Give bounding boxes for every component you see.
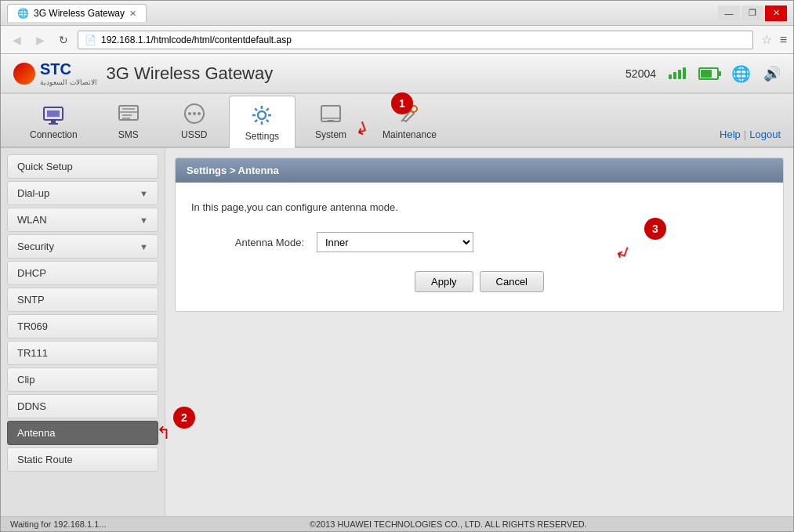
svg-rect-16: [328, 120, 334, 121]
app-title: 3G Wireless Gateway: [107, 63, 274, 84]
close-button[interactable]: ✕: [765, 5, 787, 21]
tab-sms-label: SMS: [118, 129, 139, 140]
cancel-button[interactable]: Cancel: [480, 271, 544, 292]
sidebar-item-sntp-label: SNTP: [17, 294, 45, 306]
svg-point-11: [193, 112, 196, 115]
connection-icon: [41, 101, 66, 126]
security-chevron-icon: ▼: [140, 242, 148, 252]
stc-arabic-label: الاتصالات السعودية: [40, 78, 97, 86]
status-waiting-text: Waiting for 192.168.1.1...: [10, 519, 107, 529]
tab-settings-label: Settings: [245, 131, 279, 142]
browser-tab[interactable]: 🌐 3G Wireless Gateway ✕: [7, 4, 147, 22]
breadcrumb: Settings > Antenna: [187, 165, 279, 176]
system-icon: [318, 101, 343, 126]
sidebar-item-clip[interactable]: Clip: [7, 367, 158, 392]
footer-copyright-text: ©2013 HUAWEI TECHNOLOGIES CO., LTD. ALL …: [113, 519, 785, 529]
svg-point-12: [198, 112, 201, 115]
sidebar-item-wlan[interactable]: WLAN ▼: [7, 208, 158, 232]
sidebar-item-static-route-label: Static Route: [17, 454, 73, 465]
button-row: Apply Cancel: [191, 271, 767, 292]
bookmark-icon[interactable]: ☆: [761, 32, 772, 47]
logout-button[interactable]: Logout: [749, 128, 781, 140]
minimize-button[interactable]: —: [718, 5, 740, 21]
ussd-icon: [182, 101, 207, 126]
content-area: Settings > Antenna In this page,you can …: [165, 148, 793, 516]
sidebar-item-dhcp[interactable]: DHCP: [7, 261, 158, 285]
battery-fill: [701, 70, 712, 78]
tab-system[interactable]: System: [299, 94, 363, 147]
restore-button[interactable]: ❐: [741, 5, 763, 21]
signal-bar-1: [669, 74, 672, 79]
sidebar-item-static-route[interactable]: Static Route: [7, 447, 158, 472]
sidebar-item-ddns-label: DDNS: [17, 400, 46, 412]
stc-label: STC: [40, 60, 97, 78]
help-logout-area: Help | Logout: [720, 128, 781, 147]
url-input[interactable]: 📄 192.168.1.1/htmlcode/html/contentdefau…: [78, 31, 753, 49]
sidebar-item-tr069-label: TR069: [17, 320, 48, 332]
tab-connection[interactable]: Connection: [13, 94, 94, 147]
signal-bar-2: [673, 72, 676, 79]
tab-ussd-label: USSD: [181, 129, 207, 140]
speaker-icon: 🔊: [763, 65, 781, 82]
sidebar-item-antenna-label: Antenna: [17, 427, 55, 439]
sms-icon: [116, 101, 141, 126]
help-button[interactable]: Help: [720, 128, 741, 140]
sidebar-item-antenna[interactable]: Antenna: [7, 421, 158, 445]
browser-window: 🌐 3G Wireless Gateway ✕ — ❐ ✕ ◀ ▶ ↻ 📄 19…: [0, 0, 794, 532]
svg-point-17: [411, 106, 417, 112]
svg-line-18: [401, 120, 403, 121]
tab-connection-label: Connection: [30, 129, 78, 140]
menu-icon[interactable]: ≡: [780, 33, 787, 47]
sidebar-item-clip-label: Clip: [17, 374, 34, 385]
sidebar-item-quick-setup[interactable]: Quick Setup: [7, 154, 158, 179]
maintenance-icon: [397, 101, 422, 126]
sidebar-item-tr069[interactable]: TR069: [7, 314, 158, 338]
header-left: STC الاتصالات السعودية 3G Wireless Gatew…: [13, 60, 273, 86]
tab-title: 3G Wireless Gateway: [34, 8, 125, 19]
tab-settings[interactable]: Settings: [229, 96, 295, 148]
reload-button[interactable]: ↻: [54, 31, 73, 49]
settings-icon: [249, 103, 274, 128]
svg-point-10: [188, 112, 191, 115]
sidebar-item-ddns[interactable]: DDNS: [7, 394, 158, 418]
sidebar: Quick Setup Dial-up ▼ WLAN ▼ Security ▼ …: [1, 148, 165, 516]
antenna-mode-label: Antenna Mode:: [191, 237, 317, 248]
sidebar-item-tr111[interactable]: TR111: [7, 341, 158, 365]
content-panel: Settings > Antenna In this page,you can …: [175, 157, 784, 312]
sidebar-item-security-label: Security: [17, 241, 54, 252]
back-button[interactable]: ◀: [7, 31, 26, 49]
status-bar: Waiting for 192.168.1.1... ©2013 HUAWEI …: [1, 516, 793, 531]
sidebar-item-security[interactable]: Security ▼: [7, 234, 158, 259]
sidebar-item-dhcp-label: DHCP: [17, 267, 46, 279]
header-right: 52004 🌐 🔊: [625, 64, 781, 83]
window-controls: — ❐ ✕: [718, 5, 787, 21]
sidebar-item-sntp[interactable]: SNTP: [7, 288, 158, 312]
antenna-mode-control: Inner Outer Auto: [317, 232, 473, 252]
svg-rect-3: [49, 123, 58, 125]
dial-up-chevron-icon: ▼: [140, 189, 148, 198]
sidebar-item-quick-setup-label: Quick Setup: [17, 161, 73, 172]
sidebar-item-tr111-label: TR111: [17, 347, 48, 359]
tab-sms[interactable]: SMS: [97, 94, 160, 147]
tab-close-button[interactable]: ✕: [129, 9, 136, 19]
signal-number: 52004: [625, 67, 656, 80]
sidebar-item-wlan-label: WLAN: [17, 214, 47, 226]
tab-maintenance[interactable]: Maintenance: [366, 94, 453, 147]
svg-rect-2: [51, 120, 56, 123]
svg-rect-1: [47, 110, 60, 117]
forward-button[interactable]: ▶: [31, 31, 49, 49]
panel-header: Settings > Antenna: [176, 158, 783, 183]
apply-button[interactable]: Apply: [415, 271, 473, 292]
tab-ussd[interactable]: USSD: [163, 94, 226, 147]
wlan-chevron-icon: ▼: [140, 215, 148, 225]
title-bar: 🌐 3G Wireless Gateway ✕ — ❐ ✕: [1, 1, 793, 26]
stc-logo: STC الاتصالات السعودية: [13, 60, 97, 86]
app-content: STC الاتصالات السعودية 3G Wireless Gatew…: [1, 54, 793, 531]
antenna-mode-select[interactable]: Inner Outer Auto: [317, 232, 473, 252]
signal-bar-4: [683, 67, 686, 79]
url-text: 192.168.1.1/htmlcode/html/contentdefault…: [101, 34, 292, 45]
address-bar: ◀ ▶ ↻ 📄 192.168.1.1/htmlcode/html/conten…: [1, 26, 793, 54]
sidebar-item-dial-up-label: Dial-up: [17, 187, 49, 199]
sidebar-item-dial-up[interactable]: Dial-up ▼: [7, 181, 158, 205]
panel-body: In this page,you can configure antenna m…: [176, 183, 783, 311]
